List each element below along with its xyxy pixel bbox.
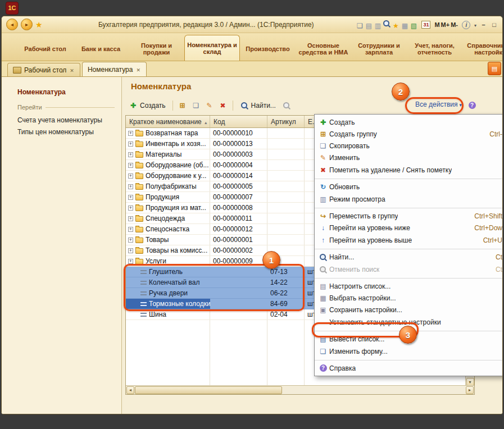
menu-item[interactable]: Перейти на уровень выше Ctrl+U xyxy=(315,234,503,249)
column-header-name[interactable]: Краткое наименование xyxy=(126,116,210,127)
menu-item[interactable]: Режим просмотра xyxy=(315,193,503,208)
menu-item[interactable]: Переместить в группу Ctrl+Shift xyxy=(315,210,503,222)
expand-icon[interactable] xyxy=(128,163,133,168)
calc-icon[interactable] xyxy=(409,21,418,30)
info-icon[interactable] xyxy=(462,20,471,29)
scroll-thumb[interactable] xyxy=(135,386,282,394)
ribbon-tab[interactable]: Производство xyxy=(240,37,296,61)
document-tab[interactable]: Рабочий стол xyxy=(7,63,80,76)
scroll-left-arrow-icon[interactable] xyxy=(126,386,134,394)
expand-icon[interactable] xyxy=(128,131,133,136)
expand-icon[interactable] xyxy=(128,216,133,221)
memory-button[interactable]: М- xyxy=(450,21,458,28)
menu-item[interactable]: Пометить на удаление / Снять пометку xyxy=(315,163,503,179)
menu-item[interactable]: Изменить форму... xyxy=(315,345,503,360)
level-down-icon xyxy=(319,223,328,232)
calendar-icon[interactable]: 31 xyxy=(421,21,430,29)
scroll-down-arrow-icon[interactable] xyxy=(466,378,474,386)
annotation-rect-all-actions xyxy=(405,97,464,114)
close-tab-icon[interactable] xyxy=(69,66,75,74)
favorites-star-icon[interactable] xyxy=(35,20,43,29)
menu-item[interactable]: Найти... Ct xyxy=(315,251,503,263)
expand-icon[interactable] xyxy=(128,206,133,211)
menu-item[interactable]: Настроить список... xyxy=(315,280,503,292)
sidebar-link[interactable]: Типы цен номенклатуры xyxy=(17,128,115,136)
expand-icon[interactable] xyxy=(128,227,133,232)
annotation-badge-2: 2 xyxy=(392,83,410,101)
menu-item[interactable]: Сохранить настройки... xyxy=(315,304,503,316)
memory-button[interactable]: М xyxy=(434,21,440,28)
grid-icon[interactable] xyxy=(400,21,409,30)
find-icon[interactable] xyxy=(382,19,391,28)
maximize-button[interactable] xyxy=(491,21,498,28)
print-icon[interactable] xyxy=(364,21,373,30)
menu-item[interactable]: Скопировать xyxy=(315,140,503,152)
folder-icon xyxy=(135,216,143,222)
menu-item[interactable]: Создать группу Ctrl- xyxy=(315,128,503,140)
add-group-icon xyxy=(178,101,187,110)
menu-item[interactable]: Выбрать настройки... xyxy=(315,292,503,304)
preview-icon[interactable] xyxy=(373,21,382,30)
menu-item[interactable]: Изменить xyxy=(315,152,503,163)
ribbon-tab[interactable]: Банк и касса xyxy=(73,37,129,61)
copy-icon[interactable] xyxy=(355,21,364,30)
find-icon xyxy=(319,253,328,262)
annotation-badge-1: 1 xyxy=(262,251,280,269)
horizontal-scrollbar[interactable] xyxy=(126,385,474,394)
service-icon xyxy=(492,65,497,72)
chevron-down-icon[interactable] xyxy=(474,21,476,29)
star-icon[interactable] xyxy=(391,21,400,30)
close-tab-icon[interactable] xyxy=(135,66,141,74)
menu-shortcut: Ctrl+Dow xyxy=(467,224,503,232)
create-button[interactable]: Создать xyxy=(125,99,169,112)
expand-icon[interactable] xyxy=(128,195,133,200)
folder-icon xyxy=(135,206,143,211)
back-button[interactable] xyxy=(6,19,18,30)
toolbar-button[interactable] xyxy=(190,99,202,112)
expand-icon[interactable] xyxy=(128,259,133,264)
ribbon-tab[interactable]: Покупки и продажи xyxy=(129,37,184,61)
expand-icon[interactable] xyxy=(128,174,133,179)
refresh-icon xyxy=(319,182,328,191)
menu-item[interactable]: Перейти на уровень ниже Ctrl+Dow xyxy=(315,222,503,234)
menu-item[interactable]: Создать xyxy=(315,116,503,128)
expand-icon[interactable] xyxy=(128,184,133,189)
find-button[interactable]: Найти... xyxy=(237,99,279,112)
toolbar-button[interactable] xyxy=(217,99,229,112)
folder-icon xyxy=(135,131,143,136)
cancel-find-button[interactable] xyxy=(280,99,293,112)
menu-item[interactable]: Справка xyxy=(315,362,503,374)
folder-icon xyxy=(135,142,143,147)
ribbon-tab[interactable]: Основные средства и НМА xyxy=(296,37,351,61)
memory-button[interactable]: М+ xyxy=(441,21,451,28)
column-header-article[interactable]: Артикул xyxy=(267,116,305,127)
expand-icon[interactable] xyxy=(128,238,133,243)
expand-icon[interactable] xyxy=(128,248,133,253)
desktop-icon xyxy=(13,67,21,74)
save-settings-icon xyxy=(319,305,328,314)
toolbar-button[interactable] xyxy=(203,99,216,112)
forward-button[interactable] xyxy=(21,19,33,30)
ribbon-tab[interactable]: Сотрудники и зарплата xyxy=(351,37,407,61)
ribbon-tab[interactable]: Учет, налоги, отчетность xyxy=(407,37,462,61)
toolbar-button[interactable] xyxy=(176,99,189,112)
ribbon-tab[interactable]: Справочники и настройки xyxy=(462,37,502,61)
menu-shortcut: Ctrl+Shift xyxy=(467,212,503,220)
menu-item[interactable]: Обновить xyxy=(315,181,503,193)
menu-item[interactable]: Отменить поиск Ct xyxy=(315,263,503,279)
titlebar-icons: 31 ММ+М- xyxy=(355,19,498,30)
add-icon xyxy=(319,118,328,127)
service-button[interactable] xyxy=(488,62,501,75)
help-button[interactable] xyxy=(467,101,476,110)
sidebar-link[interactable]: Счета учета номенклатуры xyxy=(17,116,115,124)
expand-icon[interactable] xyxy=(128,142,133,147)
ribbon-tab[interactable]: Рабочий стол xyxy=(17,37,73,61)
scroll-right-arrow-icon[interactable] xyxy=(466,386,474,394)
choose-settings-icon xyxy=(319,294,328,303)
expand-icon[interactable] xyxy=(128,152,133,157)
copy-icon xyxy=(192,101,201,110)
column-header-code[interactable]: Код xyxy=(210,116,267,127)
ribbon-tab[interactable]: Номенклатура и склад xyxy=(184,35,240,61)
document-tab[interactable]: Номенклатура xyxy=(82,62,147,76)
minimize-button[interactable] xyxy=(480,21,487,28)
